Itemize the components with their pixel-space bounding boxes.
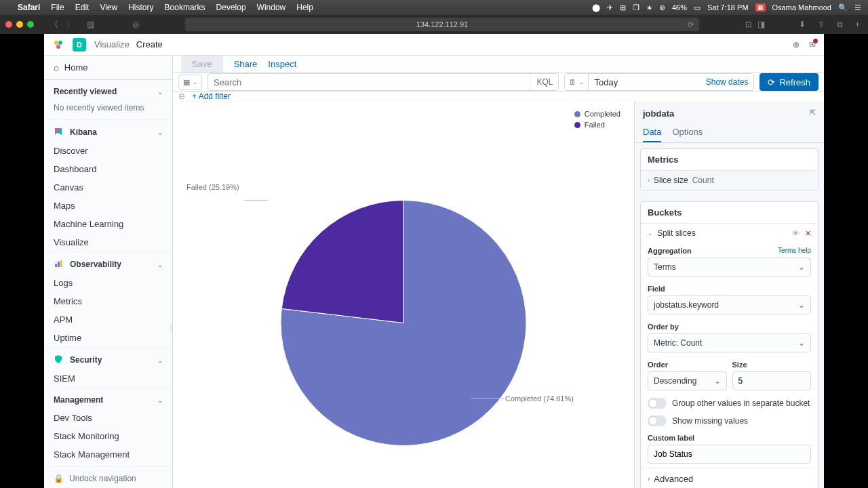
- date-picker[interactable]: 🗓 ⌄ Today Show dates: [564, 73, 754, 91]
- mac-menu-file[interactable]: File: [51, 3, 64, 12]
- section-observability[interactable]: Observability⌄: [44, 251, 172, 274]
- alerts-icon[interactable]: ✉: [809, 40, 816, 49]
- sidebar-item-devtools[interactable]: Dev Tools: [44, 409, 172, 427]
- forward-button[interactable]: 〉: [64, 18, 77, 32]
- url-bar[interactable]: 134.122.112.91 ⟳: [185, 18, 699, 31]
- order-select[interactable]: Descending: [648, 371, 727, 390]
- mac-menu-view[interactable]: View: [100, 3, 117, 12]
- metrics-section: Metrics › Slice size Count: [640, 148, 818, 190]
- mac-menu-bookmarks[interactable]: Bookmarks: [165, 3, 205, 12]
- aggregation-select[interactable]: Terms: [648, 258, 811, 277]
- newsfeed-icon[interactable]: ⊕: [793, 40, 800, 49]
- new-tab-icon[interactable]: +: [852, 18, 863, 30]
- sidebar-item-visualize[interactable]: Visualize: [44, 233, 172, 251]
- filter-menu-icon[interactable]: ▦ ⌄: [178, 75, 202, 90]
- save-button[interactable]: Save: [181, 56, 223, 73]
- wifi-icon[interactable]: ⊚: [659, 3, 665, 12]
- breadcrumb: Visualize Create: [94, 39, 163, 49]
- calendar-icon[interactable]: 🗓 ⌄: [565, 74, 589, 90]
- search-input[interactable]: [208, 77, 530, 87]
- sidebar-item-siem[interactable]: SIEM: [44, 369, 172, 388]
- sidebar-item-stackmgmt[interactable]: Stack Management: [44, 445, 172, 464]
- mac-menu-window[interactable]: Window: [257, 3, 286, 12]
- section-recently[interactable]: Recently viewed⌄: [44, 80, 172, 100]
- kibana-app: D Visualize Create ⊕ ✉ ⌂ Home Recently v…: [44, 34, 824, 488]
- security-icon: [54, 354, 64, 365]
- slice-size-row[interactable]: › Slice size Count: [641, 170, 818, 190]
- elastic-logo-icon[interactable]: [52, 39, 64, 51]
- expand-icon[interactable]: ⇱: [810, 108, 816, 119]
- sidebar-home[interactable]: ⌂ Home: [44, 56, 172, 80]
- shield-icon[interactable]: ◎: [132, 20, 139, 29]
- legend-failed[interactable]: Failed: [574, 121, 620, 129]
- pie-chart[interactable]: [280, 200, 527, 449]
- mac-menu-develop[interactable]: Develop: [216, 3, 246, 12]
- undock-nav[interactable]: 🔒 Undock navigation: [44, 466, 172, 488]
- minimize-window[interactable]: [16, 21, 23, 28]
- terms-help-link[interactable]: Terms help: [778, 247, 811, 255]
- reload-icon[interactable]: ⟳: [688, 20, 694, 29]
- sidebar-item-ml[interactable]: Machine Learning: [44, 215, 172, 233]
- observability-icon: [54, 259, 64, 270]
- sidebar-item-discover[interactable]: Discover: [44, 142, 172, 160]
- refresh-button[interactable]: ⟳ Refresh: [760, 73, 818, 91]
- calendar-icon[interactable]: ▦: [755, 3, 766, 12]
- section-security[interactable]: Security⌄: [44, 347, 172, 369]
- send-icon[interactable]: ✈: [607, 3, 613, 12]
- mac-menu-edit[interactable]: Edit: [75, 3, 90, 12]
- section-management[interactable]: Management⌄: [44, 388, 172, 409]
- mac-app-name[interactable]: Safari: [18, 3, 40, 12]
- filter-icon[interactable]: ⊖: [178, 92, 185, 101]
- screen-icon[interactable]: ❐: [633, 3, 639, 12]
- svg-point-0: [54, 41, 58, 45]
- search-box: KQL: [208, 73, 559, 91]
- tabs-icon[interactable]: ⧉: [834, 18, 846, 30]
- window-controls[interactable]: [5, 21, 34, 28]
- sidebar-item-dashboard[interactable]: Dashboard: [44, 160, 172, 178]
- user-name[interactable]: Osama Mahmood: [772, 3, 831, 12]
- legend-completed[interactable]: Completed: [574, 110, 620, 118]
- tab-options[interactable]: Options: [672, 123, 703, 142]
- eye-icon[interactable]: 👁: [792, 229, 800, 238]
- section-kibana[interactable]: Kibana⌄: [44, 119, 172, 142]
- show-dates-link[interactable]: Show dates: [701, 77, 754, 87]
- share-icon[interactable]: ⇪: [815, 18, 827, 30]
- menu-icon[interactable]: ☰: [854, 3, 861, 12]
- breadcrumb-visualize[interactable]: Visualize: [94, 39, 130, 49]
- remove-icon[interactable]: ✕: [805, 229, 811, 238]
- home-label: Home: [64, 62, 88, 73]
- sidebar-item-apm[interactable]: APM: [44, 310, 172, 329]
- extension-icon[interactable]: ◨: [757, 20, 765, 29]
- share-link[interactable]: Share: [234, 59, 258, 69]
- kql-toggle[interactable]: KQL: [530, 74, 558, 90]
- bluetooth-icon[interactable]: ∗: [646, 3, 652, 12]
- close-window[interactable]: [5, 21, 12, 28]
- sidebar-toggle-icon[interactable]: ▥: [87, 20, 94, 29]
- orderby-select[interactable]: Metric: Count: [648, 333, 811, 352]
- sidebar-item-stackmon[interactable]: Stack Monitoring: [44, 427, 172, 445]
- size-input[interactable]: [732, 371, 812, 390]
- mac-menu-history[interactable]: History: [128, 3, 153, 12]
- svg-rect-4: [58, 262, 60, 267]
- record-icon[interactable]: ⬤: [592, 3, 600, 12]
- clock[interactable]: Sat 7:18 PM: [707, 3, 749, 12]
- grid-icon[interactable]: ⊞: [620, 3, 626, 12]
- spotlight-icon[interactable]: 🔍: [838, 3, 848, 12]
- pie-label-completed: Completed (74.81%): [505, 394, 722, 488]
- inspect-link[interactable]: Inspect: [268, 59, 296, 69]
- maximize-window[interactable]: [27, 21, 34, 28]
- space-badge[interactable]: D: [73, 38, 86, 52]
- sidebar-item-uptime[interactable]: Uptime: [44, 329, 172, 347]
- download-icon[interactable]: ⬇: [796, 18, 808, 30]
- add-filter-link[interactable]: + Add filter: [192, 92, 231, 101]
- sidebar-item-metrics[interactable]: Metrics: [44, 292, 172, 310]
- field-select[interactable]: jobstatus.keyword: [648, 296, 811, 314]
- split-slices-row[interactable]: ⌄ Split slices 👁✕: [641, 223, 818, 243]
- back-button[interactable]: 〈: [47, 18, 61, 32]
- tab-data[interactable]: Data: [643, 123, 661, 142]
- sidebar-item-canvas[interactable]: Canvas: [44, 178, 172, 197]
- sidebar-item-maps[interactable]: Maps: [44, 197, 172, 215]
- reader-icon[interactable]: ⊡: [745, 20, 752, 29]
- sidebar-item-logs[interactable]: Logs: [44, 274, 172, 292]
- mac-menu-help[interactable]: Help: [296, 3, 313, 12]
